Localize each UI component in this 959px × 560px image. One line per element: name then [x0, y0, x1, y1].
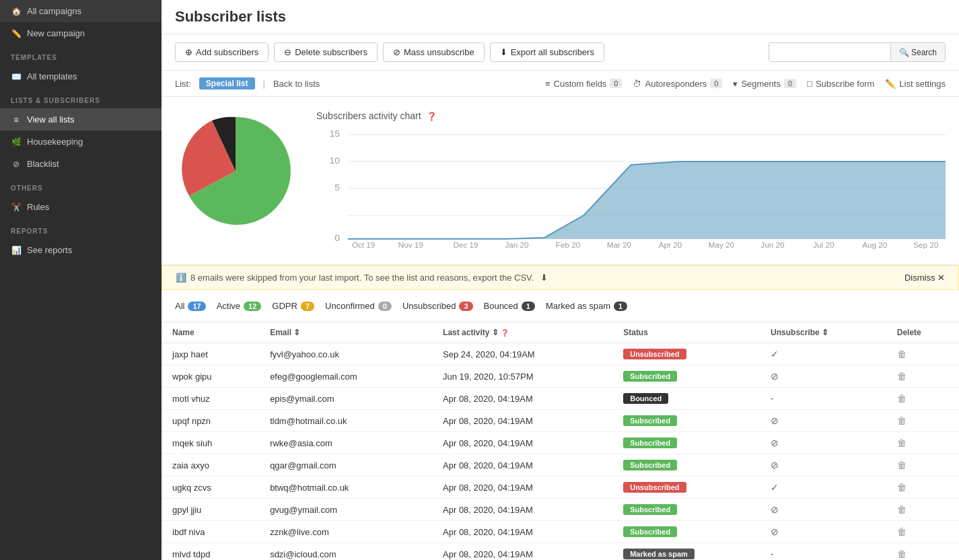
delete-icon[interactable]: 🗑 — [897, 526, 907, 537]
sidebar-item-label: Rules — [27, 202, 49, 212]
autoresponders-link[interactable]: ⏱ Autoresponders 0 — [633, 79, 722, 89]
leaf-icon: 🌿 — [11, 137, 22, 147]
col-status: Status — [612, 322, 760, 343]
delete-subscribers-button[interactable]: ⊖ Delete subscribers — [274, 42, 378, 62]
pie-chart — [175, 110, 296, 232]
status-badge: Marked as spam — [623, 549, 695, 559]
col-unsubscribe[interactable]: Unsubscribe ⇕ — [760, 322, 886, 343]
delete-icon[interactable]: 🗑 — [897, 438, 907, 448]
filter-tabs: All 17 Active 12 GDPR 7 Unconfirmed 0 Un… — [162, 290, 959, 322]
cell-unsubscribe: - — [760, 388, 886, 410]
cell-unsubscribe: ⊘ — [760, 521, 886, 543]
unsubscribe-icon[interactable]: ✓ — [771, 349, 779, 359]
line-chart-wrap: Subscribers activity chart ❓ 15 10 5 0 — [316, 110, 946, 251]
unsubscribe-icon[interactable]: ⊘ — [771, 438, 779, 448]
cell-status: Subscribed — [612, 410, 760, 432]
unsubscribe-icon[interactable]: ⊘ — [771, 460, 779, 470]
sidebar-item-see-reports[interactable]: 📊 See reports — [0, 239, 162, 261]
cell-name: wpok gipu — [162, 365, 259, 388]
cell-name: jaxp haet — [162, 343, 259, 365]
sidebar-item-new-campaign[interactable]: ✏️ New campaign — [0, 22, 162, 44]
tab-unconfirmed[interactable]: Unconfirmed 0 — [325, 298, 392, 314]
sidebar-item-rules[interactable]: ✂️ Rules — [0, 196, 162, 218]
list-settings-link[interactable]: ✏️ List settings — [885, 79, 946, 89]
cell-email: fyvl@yahoo.co.uk — [259, 343, 432, 365]
search-wrap: 🔍 Search — [769, 42, 946, 62]
tab-marked-as-spam[interactable]: Marked as spam 1 — [546, 298, 627, 314]
sidebar: 🏠 All campaigns ✏️ New campaign TEMPLATE… — [0, 0, 162, 560]
custom-fields-icon: ≡ — [545, 79, 550, 89]
cell-name: upqf npzn — [162, 410, 259, 432]
search-input[interactable] — [769, 43, 890, 61]
sidebar-item-all-templates[interactable]: ✉️ All templates — [0, 65, 162, 88]
add-subscribers-button[interactable]: ⊕ Add subscribers — [175, 42, 269, 62]
unsubscribe-icon[interactable]: ⊘ — [771, 526, 779, 537]
col-name: Name — [162, 322, 259, 343]
sidebar-item-blacklist[interactable]: ⊘ Blacklist — [0, 153, 162, 175]
export-button[interactable]: ⬇ Export all subscribers — [490, 42, 604, 62]
svg-text:Sep 20: Sep 20 — [913, 242, 938, 249]
delete-icon[interactable]: 🗑 — [897, 482, 907, 493]
table-row: mlvd tdpd sdzi@icloud.com Apr 08, 2020, … — [162, 543, 959, 561]
delete-icon[interactable]: 🗑 — [897, 504, 907, 515]
search-button[interactable]: 🔍 Search — [890, 44, 945, 61]
section-others: OTHERS — [0, 175, 162, 196]
delete-icon[interactable]: 🗑 — [897, 371, 907, 382]
tab-bounced[interactable]: Bounced 1 — [484, 298, 535, 314]
svg-text:15: 15 — [329, 129, 340, 139]
status-badge: Subscribed — [623, 526, 677, 537]
cell-name: ibdf niva — [162, 521, 259, 543]
download-icon: ⬇ — [500, 47, 507, 57]
list-badge[interactable]: Special list — [199, 77, 255, 90]
tab-gdpr[interactable]: GDPR 7 — [272, 298, 314, 314]
mass-unsubscribe-button[interactable]: ⊘ Mass unsubscribe — [383, 42, 485, 62]
edit-icon: ✏️ — [11, 29, 22, 38]
table-header: Name Email ⇕ Last activity ⇕ ❓ Status Un… — [162, 322, 959, 343]
subscribe-form-link[interactable]: □ Subscribe form — [807, 79, 874, 89]
unsubscribe-icon[interactable]: ✓ — [771, 482, 779, 493]
cell-email: qgar@gmail.com — [259, 454, 432, 477]
tab-active[interactable]: Active 12 — [217, 298, 262, 314]
unsubscribe-icon[interactable]: ⊘ — [771, 371, 779, 382]
status-badge: Subscribed — [623, 504, 677, 515]
svg-text:Jun 20: Jun 20 — [760, 242, 784, 249]
unsubscribe-icon[interactable]: ⊘ — [771, 504, 779, 515]
alert-bar: ℹ️ 8 emails were skipped from your last … — [162, 265, 959, 290]
cell-email: gvug@ymail.com — [259, 499, 432, 521]
delete-icon[interactable]: 🗑 — [897, 549, 907, 559]
col-delete: Delete — [886, 322, 959, 343]
sidebar-item-view-all-lists[interactable]: ≡ View all lists — [0, 108, 162, 131]
custom-fields-link[interactable]: ≡ Custom fields 0 — [545, 79, 622, 89]
tab-all[interactable]: All 17 — [175, 298, 206, 314]
dismiss-button[interactable]: Dismiss ✕ — [904, 273, 945, 283]
home-icon: 🏠 — [11, 7, 22, 16]
col-email[interactable]: Email ⇕ — [259, 322, 432, 343]
tab-unsubscribed[interactable]: Unsubscribed 3 — [402, 298, 473, 314]
sidebar-item-housekeeping[interactable]: 🌿 Housekeeping — [0, 131, 162, 153]
svg-text:Aug 20: Aug 20 — [862, 242, 887, 249]
svg-text:May 20: May 20 — [709, 242, 734, 249]
status-badge: Subscribed — [623, 460, 677, 470]
cell-name: zaia axyo — [162, 454, 259, 477]
delete-icon[interactable]: 🗑 — [897, 393, 907, 404]
delete-icon[interactable]: 🗑 — [897, 415, 907, 426]
svg-text:Dec 19: Dec 19 — [454, 242, 478, 249]
cell-status: Unsubscribed — [612, 477, 760, 499]
cell-unsubscribe: ⊘ — [760, 499, 886, 521]
col-last-activity[interactable]: Last activity ⇕ ❓ — [432, 322, 612, 343]
back-to-lists-link[interactable]: Back to lists — [273, 79, 320, 89]
chart-icon: 📊 — [11, 246, 22, 255]
cell-delete: 🗑 — [886, 521, 959, 543]
status-badge: Subscribed — [623, 415, 677, 426]
delete-icon[interactable]: 🗑 — [897, 460, 907, 470]
table-row: gpyl jjiu gvug@ymail.com Apr 08, 2020, 0… — [162, 499, 959, 521]
cell-unsubscribe: - — [760, 543, 886, 561]
segments-link[interactable]: ▾ Segments 0 — [733, 79, 796, 89]
unsubscribe-icon[interactable]: ⊘ — [771, 415, 779, 426]
page-title: Subscriber lists — [175, 8, 286, 26]
cell-unsubscribe: ⊘ — [760, 365, 886, 388]
sidebar-item-all-campaigns[interactable]: 🏠 All campaigns — [0, 0, 162, 22]
cell-last-activity: Apr 08, 2020, 04:19AM — [432, 388, 612, 410]
page-header: Subscriber lists — [162, 0, 959, 34]
delete-icon[interactable]: 🗑 — [897, 349, 907, 359]
